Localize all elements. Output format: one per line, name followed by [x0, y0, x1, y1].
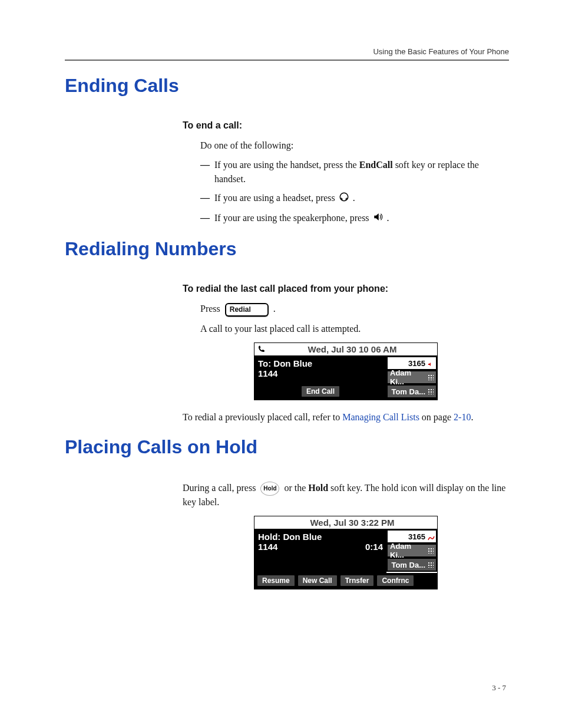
line-key-contact: Tom Da...	[386, 384, 437, 398]
section-heading-redialing: Redialing Numbers	[65, 238, 509, 260]
text: .	[471, 412, 473, 422]
phone-screenshot-hold: Wed, Jul 30 3:22 PM Hold: Don Blue 1144 …	[254, 516, 438, 589]
section-body: To end a call: Do one of the following: …	[183, 120, 509, 226]
procedure-intro: Do one of the following:	[200, 139, 509, 152]
keypad-icon	[428, 374, 434, 380]
bold-text: EndCall	[359, 160, 393, 170]
blank-icon	[254, 517, 267, 529]
softkey-resume: Resume	[257, 575, 295, 587]
line-key-label: Tom Da...	[391, 387, 425, 396]
line-key-label: Adam Ki...	[390, 368, 425, 386]
header-rule	[65, 60, 509, 61]
phone-main-area: To: Don Blue 1144 End Call	[254, 356, 386, 400]
softkey-confrnc: Confrnc	[376, 575, 414, 587]
handset-icon	[254, 344, 267, 355]
phone-softkey-bar: Resume New Call Trnsfer Confrnc	[254, 573, 437, 589]
keypad-icon	[428, 388, 434, 394]
phone-titlebar: Wed, Jul 30 3:22 PM	[254, 516, 437, 529]
procedure-lead: To redial the last call placed from your…	[183, 284, 509, 294]
bold-text: Hold	[308, 483, 328, 493]
procedure-lead: To end a call:	[183, 120, 509, 131]
text: If you are using a headset, press	[214, 193, 338, 203]
softkey-transfer: Trnsfer	[340, 575, 375, 587]
line-key-contact: Adam Ki...	[386, 543, 437, 558]
list-item: If you are using the handset, press the …	[200, 158, 509, 186]
sound-icon	[428, 360, 434, 366]
hold-paragraph: During a call, press Hold or the Hold so…	[183, 482, 509, 509]
text: on page	[419, 412, 454, 422]
phone-title: Wed, Jul 30 10 06 AM	[267, 343, 437, 355]
phone-line2-left: 1144	[258, 368, 277, 378]
hold-icon	[428, 534, 434, 539]
text: If you are using the handset, press the	[214, 160, 359, 170]
hold-key-icon: Hold	[260, 482, 279, 496]
keypad-icon	[428, 562, 434, 568]
procedure-list: If you are using the handset, press the …	[200, 158, 509, 226]
section-body: To redial the last call placed from your…	[183, 284, 509, 424]
page-number: 3 - 7	[492, 683, 506, 693]
phone-line-keys: 3165 Adam Ki... Tom Da...	[386, 529, 437, 573]
list-item: If you are using a headset, press .	[200, 191, 509, 206]
speaker-icon	[373, 212, 384, 226]
phone-titlebar: Wed, Jul 30 10 06 AM	[254, 343, 437, 356]
line-key-empty	[386, 398, 437, 400]
phone-softkey-bar: End Call	[254, 384, 386, 400]
phone-screenshot-redial: Wed, Jul 30 10 06 AM To: Don Blue 1144 E…	[254, 342, 438, 400]
phone-line1: Hold: Don Blue	[254, 529, 386, 542]
text: To redial a previously placed call, refe…	[183, 412, 342, 422]
headset-icon	[339, 192, 349, 206]
svg-point-0	[340, 193, 348, 201]
phone-line2-left: 1144	[258, 542, 277, 552]
link-page-ref[interactable]: 2-10	[454, 412, 471, 422]
text: If your are using the speakerphone, pres…	[214, 213, 372, 223]
softkey-end-call: End Call	[301, 386, 340, 397]
text: .	[387, 213, 389, 223]
phone-line-keys: 3165 Adam Ki... Tom Da...	[386, 356, 437, 400]
text: or the	[284, 483, 308, 493]
document-page: Using the Basic Features of Your Phone E…	[0, 0, 562, 728]
line-key-label: 3165	[408, 532, 425, 541]
section-heading-ending-calls: Ending Calls	[65, 75, 509, 97]
section-heading-hold: Placing Calls on Hold	[65, 436, 509, 458]
phone-title: Wed, Jul 30 3:22 PM	[267, 516, 437, 529]
running-header: Using the Basic Features of Your Phone	[65, 47, 509, 56]
press-line: Press Redial .	[200, 302, 509, 317]
phone-line2-right: 0:14	[365, 542, 383, 552]
after-text: A call to your last placed call is attem…	[200, 322, 509, 335]
list-item: If your are using the speakerphone, pres…	[200, 211, 509, 226]
redial-key-icon: Redial	[225, 303, 269, 317]
softkey-new-call: New Call	[297, 575, 338, 587]
link-managing-call-lists[interactable]: Managing Call Lists	[342, 412, 419, 422]
text: During a call, press	[183, 483, 258, 493]
text: .	[353, 193, 355, 203]
line-key-label: Tom Da...	[391, 561, 425, 569]
reference-line: To redial a previously placed call, refe…	[183, 411, 509, 424]
line-key-label: Adam Ki...	[390, 542, 425, 559]
phone-line1: To: Don Blue	[254, 356, 386, 368]
text: Press	[200, 304, 223, 314]
text: .	[273, 304, 276, 314]
phone-main-area: Hold: Don Blue 1144 0:14	[254, 529, 386, 573]
line-key-contact: Tom Da...	[386, 558, 437, 572]
line-key-contact: Adam Ki...	[386, 370, 437, 384]
section-body: During a call, press Hold or the Hold so…	[183, 482, 509, 590]
keypad-icon	[428, 548, 434, 554]
line-key-label: 3165	[408, 359, 425, 368]
